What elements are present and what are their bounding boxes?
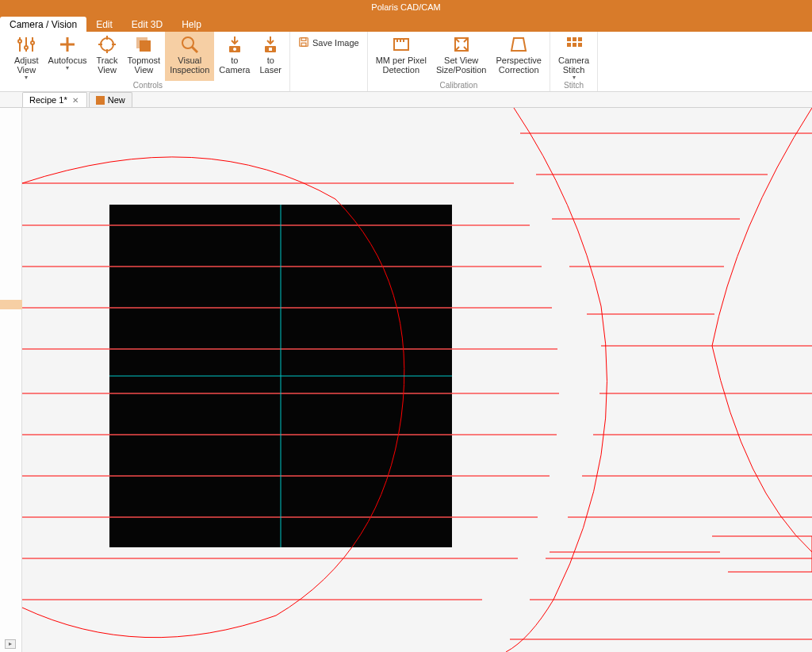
visual-inspection-button[interactable]: Visual Inspection bbox=[165, 32, 214, 81]
save-image-button[interactable]: Save Image bbox=[293, 35, 364, 51]
set-view-button[interactable]: Set View Size/Position bbox=[431, 32, 492, 81]
arrow-down-laser-icon bbox=[261, 35, 280, 54]
tab-camera-vision[interactable]: Camera / Vision bbox=[0, 17, 86, 32]
svg-rect-32 bbox=[567, 43, 571, 47]
svg-point-15 bbox=[182, 37, 193, 48]
svg-rect-31 bbox=[578, 37, 582, 41]
arrow-down-camera-icon bbox=[225, 35, 244, 54]
sliders-icon bbox=[17, 35, 36, 54]
cad-drawing bbox=[22, 108, 812, 652]
ribbon: Adjust View ▾ Autofocus ▾ Track View bbox=[0, 32, 812, 92]
plus-icon bbox=[58, 35, 77, 54]
svg-point-3 bbox=[18, 40, 21, 43]
title-bar: Polaris CAD/CAM bbox=[0, 0, 812, 14]
svg-rect-29 bbox=[567, 37, 571, 41]
track-view-button[interactable]: Track View bbox=[92, 32, 123, 81]
scroll-right-button[interactable]: ▸ bbox=[5, 639, 16, 649]
perspective-icon bbox=[509, 35, 528, 54]
doc-tab-recipe[interactable]: Recipe 1* ✕ bbox=[22, 92, 87, 107]
workspace: ▸ bbox=[0, 108, 812, 652]
ruler-icon bbox=[392, 35, 411, 54]
track-view-label: Track View bbox=[97, 56, 118, 75]
stitch-caption: Stitch bbox=[564, 81, 584, 91]
to-camera-label: to Camera bbox=[219, 56, 250, 75]
set-view-label: Set View Size/Position bbox=[436, 56, 487, 75]
mm-per-pixel-button[interactable]: MM per Pixel Detection bbox=[371, 32, 431, 81]
controls-caption: Controls bbox=[133, 81, 163, 91]
app-title: Polaris CAD/CAM bbox=[371, 2, 440, 12]
resize-icon bbox=[452, 35, 471, 54]
svg-rect-30 bbox=[573, 37, 576, 41]
save-image-label: Save Image bbox=[312, 38, 359, 48]
menu-tabs: Camera / Vision Edit Edit 3D Help bbox=[0, 14, 812, 32]
ribbon-group-controls: Adjust View ▾ Autofocus ▾ Track View bbox=[6, 32, 290, 91]
tab-edit[interactable]: Edit bbox=[86, 17, 122, 32]
svg-point-18 bbox=[233, 48, 236, 51]
calibration-caption: Calibration bbox=[439, 81, 477, 91]
ribbon-group-calibration: MM per Pixel Detection Set View Size/Pos… bbox=[368, 32, 550, 91]
to-laser-label: to Laser bbox=[259, 56, 282, 75]
side-panel: ▸ bbox=[0, 108, 22, 652]
svg-rect-21 bbox=[300, 38, 308, 47]
chevron-down-icon: ▾ bbox=[25, 74, 28, 81]
autofocus-button[interactable]: Autofocus ▾ bbox=[44, 32, 92, 81]
doc-tab-new[interactable]: New bbox=[89, 92, 132, 107]
side-panel-highlight bbox=[0, 300, 22, 309]
svg-rect-20 bbox=[269, 48, 272, 51]
layers-icon bbox=[134, 35, 153, 54]
cad-canvas[interactable] bbox=[22, 108, 812, 652]
doc-tab-label: Recipe 1* bbox=[29, 95, 67, 105]
camera-stitch-button[interactable]: Camera Stitch ▾ bbox=[553, 32, 594, 81]
visual-inspection-label: Visual Inspection bbox=[170, 56, 209, 75]
svg-rect-14 bbox=[140, 40, 151, 52]
mm-per-pixel-label: MM per Pixel Detection bbox=[376, 56, 427, 75]
ribbon-group-stitch: Camera Stitch ▾ Stitch bbox=[550, 32, 598, 91]
topmost-view-button[interactable]: Topmost View bbox=[123, 32, 166, 81]
doc-tab-label: New bbox=[108, 95, 125, 105]
svg-rect-23 bbox=[301, 43, 306, 46]
tab-edit-3d[interactable]: Edit 3D bbox=[122, 17, 172, 32]
svg-point-8 bbox=[101, 38, 113, 51]
svg-point-5 bbox=[31, 41, 34, 44]
camera-stitch-label: Camera Stitch bbox=[558, 56, 589, 75]
svg-point-4 bbox=[25, 46, 28, 49]
magnify-icon bbox=[180, 35, 199, 54]
perspective-label: Perspective Correction bbox=[496, 56, 541, 75]
chevron-down-icon: ▾ bbox=[66, 64, 69, 71]
adjust-view-button[interactable]: Adjust View ▾ bbox=[10, 32, 44, 81]
ribbon-group-save: Save Image bbox=[290, 32, 368, 91]
to-laser-button[interactable]: to Laser bbox=[255, 32, 286, 81]
close-icon[interactable]: ✕ bbox=[71, 96, 80, 105]
adjust-view-label: Adjust View bbox=[14, 56, 39, 75]
save-icon bbox=[298, 36, 309, 49]
svg-rect-22 bbox=[301, 38, 306, 41]
grid-icon bbox=[565, 35, 584, 54]
file-icon bbox=[96, 96, 105, 105]
chevron-down-icon: ▾ bbox=[573, 74, 576, 81]
svg-rect-34 bbox=[578, 43, 582, 47]
crosshair-icon bbox=[98, 35, 117, 54]
perspective-button[interactable]: Perspective Correction bbox=[491, 32, 546, 81]
document-tabs: Recipe 1* ✕ New bbox=[0, 92, 812, 108]
to-camera-button[interactable]: to Camera bbox=[214, 32, 255, 81]
svg-rect-33 bbox=[573, 43, 576, 47]
topmost-view-label: Topmost View bbox=[128, 56, 161, 75]
tab-help[interactable]: Help bbox=[172, 17, 211, 32]
svg-line-16 bbox=[192, 47, 197, 52]
